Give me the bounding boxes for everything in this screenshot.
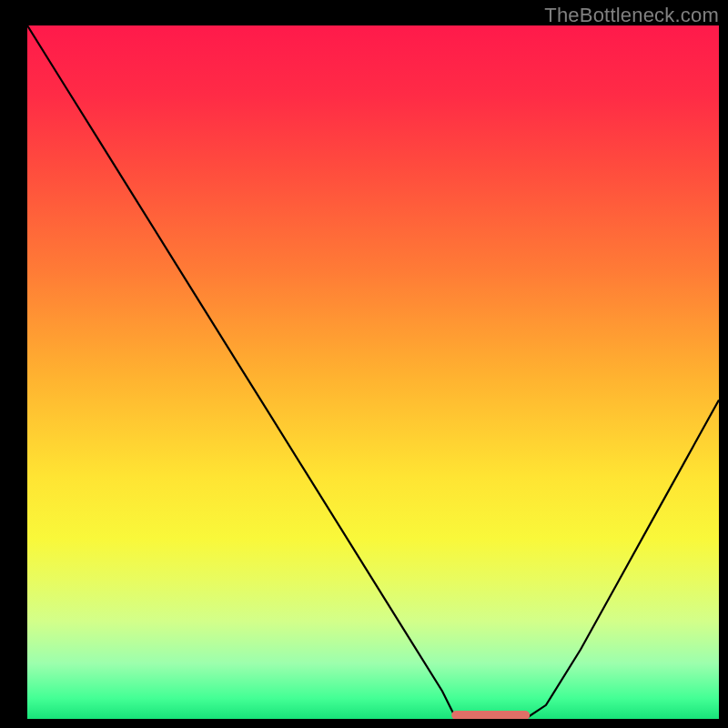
chart-frame: TheBottleneck.com (0, 0, 728, 728)
watermark-label: TheBottleneck.com (544, 4, 719, 27)
chart-canvas (0, 0, 728, 728)
gradient-background (27, 25, 719, 719)
